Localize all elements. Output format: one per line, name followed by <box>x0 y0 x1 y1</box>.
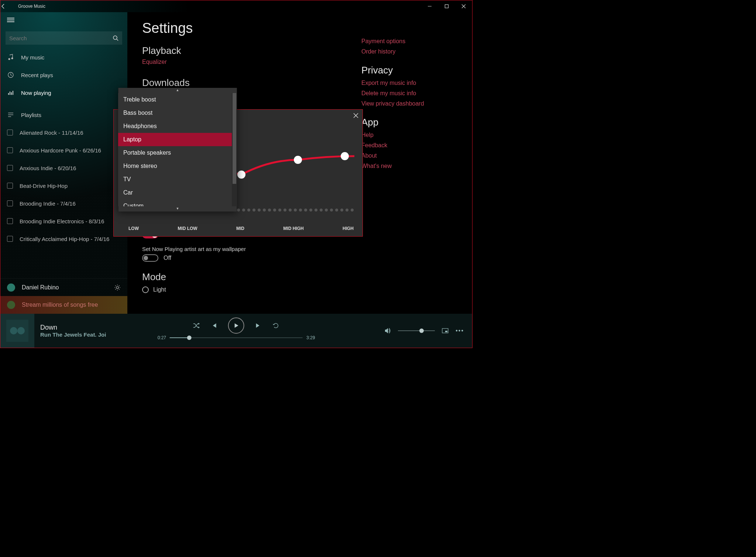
settings-right-column: Payment options Order history Privacy Ex… <box>361 34 457 173</box>
link-about[interactable]: About <box>361 152 457 159</box>
playlist-item[interactable]: Beat-Drive Hip-Hop <box>0 177 127 195</box>
album-icon <box>7 130 13 135</box>
nav-recent-plays[interactable]: Recent plays <box>0 66 127 84</box>
previous-button[interactable] <box>210 322 218 329</box>
now-playing-view-button[interactable] <box>441 327 449 334</box>
link-help[interactable]: Help <box>361 132 457 138</box>
scroll-down-button[interactable]: ▼ <box>118 206 237 212</box>
svg-point-15 <box>237 171 245 179</box>
link-export-music-info[interactable]: Export my music info <box>361 80 457 86</box>
nav-label: Recent plays <box>21 72 53 78</box>
track-title: Down <box>40 324 106 331</box>
promo-banner[interactable]: Stream millions of songs free <box>0 296 127 314</box>
playlist-item[interactable]: Anxious Hardcore Punk - 6/26/16 <box>0 141 127 159</box>
svg-point-2 <box>113 36 117 39</box>
volume-icon[interactable] <box>384 327 391 334</box>
svg-rect-22 <box>445 331 447 332</box>
progress-bar[interactable] <box>170 337 303 338</box>
playlist-item[interactable]: Brooding Indie Electronics - 8/3/16 <box>0 212 127 230</box>
minimize-button[interactable] <box>421 0 438 12</box>
more-button[interactable]: ••• <box>456 327 464 334</box>
radio-icon <box>142 286 149 293</box>
settings-gear-icon[interactable] <box>114 284 121 291</box>
equalizer-preset-dropdown[interactable]: ▲ Treble boost Bass boost Headphones Lap… <box>118 88 237 212</box>
playlist-item[interactable]: Anxious Indie - 6/20/16 <box>0 159 127 177</box>
volume-slider[interactable] <box>398 330 435 331</box>
band-label: MID HIGH <box>283 226 303 231</box>
album-icon <box>7 236 13 242</box>
album-icon <box>7 165 13 171</box>
radio-label: Light <box>153 286 166 293</box>
search-icon <box>113 35 118 41</box>
album-icon <box>7 147 13 153</box>
scrollbar-thumb[interactable] <box>233 93 236 184</box>
player-bar: Down Run The Jewels Feat. Joi 0:27 3:29 … <box>0 314 472 348</box>
svg-point-20 <box>17 327 25 334</box>
album-art[interactable] <box>0 314 34 348</box>
playlist-label: Critically Acclaimed Hip-Hop - 7/4/16 <box>20 236 109 242</box>
back-button[interactable] <box>0 3 18 9</box>
preset-option-headphones[interactable]: Headphones <box>118 120 232 133</box>
nav-label: My music <box>21 54 44 61</box>
playlist-item[interactable]: Critically Acclaimed Hip-Hop - 7/4/16 <box>0 230 127 248</box>
bars-icon <box>7 89 14 96</box>
link-privacy-dashboard[interactable]: View privacy dashboard <box>361 100 457 107</box>
search-field[interactable] <box>9 35 113 41</box>
link-feedback[interactable]: Feedback <box>361 142 457 149</box>
preset-option-laptop[interactable]: Laptop <box>118 133 232 146</box>
preset-option-home-stereo[interactable]: Home stereo <box>118 159 232 173</box>
link-delete-music-info[interactable]: Delete my music info <box>361 90 457 97</box>
link-order-history[interactable]: Order history <box>361 48 457 55</box>
search-input[interactable] <box>6 31 122 45</box>
avatar <box>7 283 15 292</box>
playlist-label: Anxious Indie - 6/20/16 <box>20 165 76 171</box>
dropdown-scrollbar[interactable] <box>232 93 237 206</box>
band-label: MID <box>236 226 244 231</box>
play-button[interactable] <box>228 317 244 334</box>
svg-point-19 <box>10 327 17 334</box>
section-privacy: Privacy <box>361 65 457 76</box>
playlist-item[interactable]: Brooding Indie - 7/4/16 <box>0 195 127 212</box>
section-mode: Mode <box>142 271 457 283</box>
nav-label: Playlists <box>21 112 41 118</box>
svg-point-17 <box>341 152 349 160</box>
link-payment-options[interactable]: Payment options <box>361 38 457 45</box>
preset-option-car[interactable]: Car <box>118 186 232 199</box>
nav-my-music[interactable]: My music <box>0 48 127 66</box>
nav-now-playing[interactable]: Now playing <box>0 84 127 102</box>
playlist-label: Beat-Drive Hip-Hop <box>20 183 68 189</box>
link-whats-new[interactable]: What's new <box>361 163 457 169</box>
close-icon[interactable] <box>353 113 359 118</box>
progress-knob[interactable] <box>187 336 192 340</box>
preset-option-tv[interactable]: TV <box>118 173 232 186</box>
band-label: LOW <box>128 226 139 231</box>
close-button[interactable] <box>455 0 472 12</box>
duration-time: 3:29 <box>306 335 315 340</box>
maximize-button[interactable] <box>438 0 455 12</box>
elapsed-time: 0:27 <box>158 335 166 340</box>
shuffle-button[interactable] <box>193 322 200 329</box>
svg-rect-7 <box>8 93 9 95</box>
scroll-up-button[interactable]: ▲ <box>118 88 237 93</box>
repeat-button[interactable] <box>272 322 280 329</box>
track-artist: Run The Jewels Feat. Joi <box>40 331 106 338</box>
hamburger-button[interactable] <box>0 12 127 29</box>
dropdown-list: Treble boost Bass boost Headphones Lapto… <box>118 93 232 206</box>
band-label: HIGH <box>343 226 354 231</box>
preset-option-portable-speakers[interactable]: Portable speakers <box>118 146 232 159</box>
spotify-icon <box>7 301 15 309</box>
mode-light-radio[interactable]: Light <box>142 286 457 293</box>
nav-label: Now playing <box>21 90 51 96</box>
toggle-wallpaper[interactable]: Off <box>142 254 171 262</box>
preset-option-treble-boost[interactable]: Treble boost <box>118 93 232 106</box>
next-button[interactable] <box>255 322 262 329</box>
user-row[interactable]: Daniel Rubino <box>0 278 127 296</box>
toggle-state: Off <box>164 255 171 261</box>
svg-rect-1 <box>445 5 449 8</box>
playlist-item[interactable]: Alienated Rock - 11/14/16 <box>0 124 127 141</box>
section-app: App <box>361 117 457 128</box>
volume-knob[interactable] <box>419 329 424 333</box>
preset-option-bass-boost[interactable]: Bass boost <box>118 106 232 120</box>
svg-point-16 <box>294 156 302 164</box>
nav-playlists[interactable]: Playlists <box>0 106 127 124</box>
